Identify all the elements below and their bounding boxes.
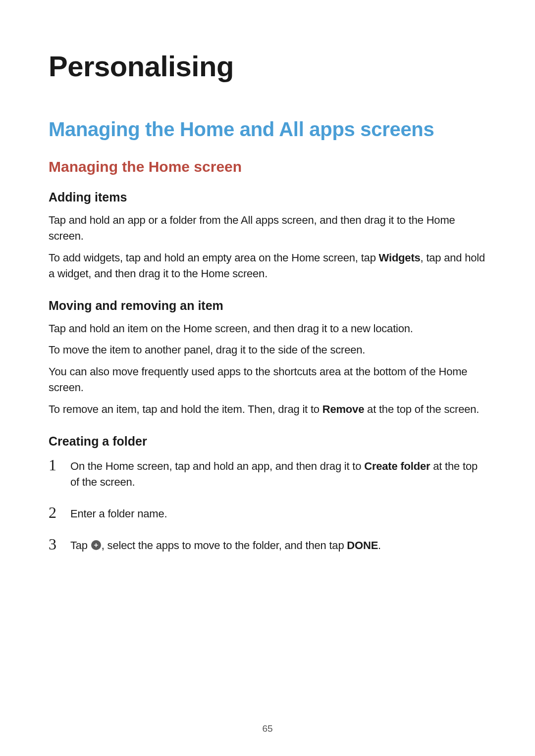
subsection-block: Managing the Home screen Adding items Ta…: [49, 158, 486, 554]
step-number: 1: [49, 456, 68, 474]
document-page: Personalising Managing the Home and All …: [0, 0, 535, 554]
page-number: 65: [262, 723, 272, 734]
list-item: 3 Tap +, select the apps to move to the …: [49, 536, 486, 554]
topic-moving-removing: Moving and removing an item Tap and hold…: [49, 299, 486, 417]
chapter-title: Personalising: [49, 50, 486, 83]
step-number: 2: [49, 504, 68, 521]
topic-adding-items: Adding items Tap and hold an app or a fo…: [49, 190, 486, 282]
step-text: Enter a folder name.: [70, 504, 486, 522]
text-fragment: On the Home screen, tap and hold an app,…: [70, 460, 364, 472]
plus-circle-icon: +: [91, 540, 101, 550]
step-text: Tap +, select the apps to move to the fo…: [70, 536, 486, 554]
bold-text: Remove: [322, 403, 364, 415]
text-fragment: To add widgets, tap and hold an empty ar…: [49, 252, 379, 264]
body-paragraph: To move the item to another panel, drag …: [49, 342, 486, 358]
list-item: 2 Enter a folder name.: [49, 504, 486, 522]
bold-text: DONE: [347, 539, 378, 552]
body-paragraph: To remove an item, tap and hold the item…: [49, 402, 486, 417]
text-fragment: To remove an item, tap and hold the item…: [49, 403, 322, 415]
step-number: 3: [49, 536, 68, 553]
list-item: 1 On the Home screen, tap and hold an ap…: [49, 456, 486, 490]
topic-title: Adding items: [49, 190, 486, 204]
text-fragment: , select the apps to move to the folder,…: [102, 539, 347, 552]
body-paragraph: You can also move frequently used apps t…: [49, 364, 486, 396]
numbered-steps: 1 On the Home screen, tap and hold an ap…: [49, 456, 486, 554]
body-paragraph: Tap and hold an app or a folder from the…: [49, 212, 486, 244]
body-paragraph: To add widgets, tap and hold an empty ar…: [49, 250, 486, 282]
subsection-title: Managing the Home screen: [49, 158, 486, 175]
text-fragment: at the top of the screen.: [364, 403, 479, 415]
text-fragment: Tap: [70, 539, 91, 552]
step-text: On the Home screen, tap and hold an app,…: [70, 456, 486, 490]
topic-title: Moving and removing an item: [49, 299, 486, 313]
body-paragraph: Tap and hold an item on the Home screen,…: [49, 321, 486, 337]
text-fragment: .: [378, 539, 381, 552]
bold-text: Widgets: [379, 252, 421, 264]
topic-title: Creating a folder: [49, 434, 486, 449]
topic-creating-folder: Creating a folder 1 On the Home screen, …: [49, 434, 486, 554]
section-title: Managing the Home and All apps screens: [49, 118, 486, 141]
bold-text: Create folder: [364, 460, 430, 472]
